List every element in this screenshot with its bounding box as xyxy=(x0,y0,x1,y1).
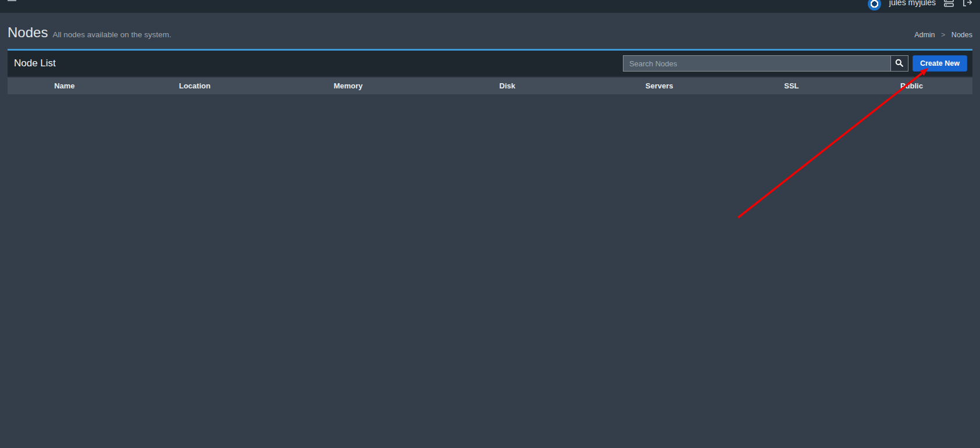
page-title: Nodes xyxy=(8,24,48,40)
search-button[interactable] xyxy=(890,55,908,72)
page-subtitle: All nodes available on the system. xyxy=(52,30,171,39)
column-header-servers: Servers xyxy=(586,77,732,94)
column-header-ssl: SSL xyxy=(732,77,851,94)
search-group xyxy=(623,55,908,72)
top-navbar: jules myjules xyxy=(0,0,980,13)
panel-title: Node List xyxy=(14,58,56,69)
node-list-panel: Node List Create New xyxy=(8,49,972,448)
breadcrumb-admin-link[interactable]: Admin xyxy=(914,31,935,39)
nodes-table: Name Location Memory Disk Servers SSL Pu… xyxy=(8,76,972,94)
create-new-button[interactable]: Create New xyxy=(913,55,967,72)
sign-out-icon[interactable] xyxy=(962,0,972,7)
navbar-right-cluster: jules myjules xyxy=(868,0,972,13)
server-icon[interactable] xyxy=(944,0,954,7)
user-avatar[interactable] xyxy=(868,0,881,10)
user-name[interactable]: jules myjules xyxy=(889,0,936,7)
table-header-row: Name Location Memory Disk Servers SSL Pu… xyxy=(8,77,972,94)
nodes-admin-page: jules myjules NodesAll nodes available o… xyxy=(0,0,980,448)
content-header: NodesAll nodes available on the system. … xyxy=(0,13,980,49)
hamburger-menu-icon[interactable] xyxy=(8,0,16,1)
empty-table-body xyxy=(8,94,972,448)
breadcrumb: Admin > Nodes xyxy=(914,31,972,39)
column-header-disk: Disk xyxy=(428,77,586,94)
breadcrumb-current: Nodes xyxy=(952,31,972,39)
breadcrumb-separator: > xyxy=(941,31,945,39)
column-header-name: Name xyxy=(8,77,122,94)
page-title-block: NodesAll nodes available on the system. xyxy=(8,24,172,41)
node-list-panel-header: Node List Create New xyxy=(8,51,972,76)
search-nodes-input[interactable] xyxy=(623,55,890,72)
column-header-memory: Memory xyxy=(268,77,428,94)
search-icon xyxy=(895,59,903,69)
column-header-location: Location xyxy=(122,77,268,94)
column-header-public: Public xyxy=(851,77,972,94)
panel-tools: Create New xyxy=(623,55,967,72)
